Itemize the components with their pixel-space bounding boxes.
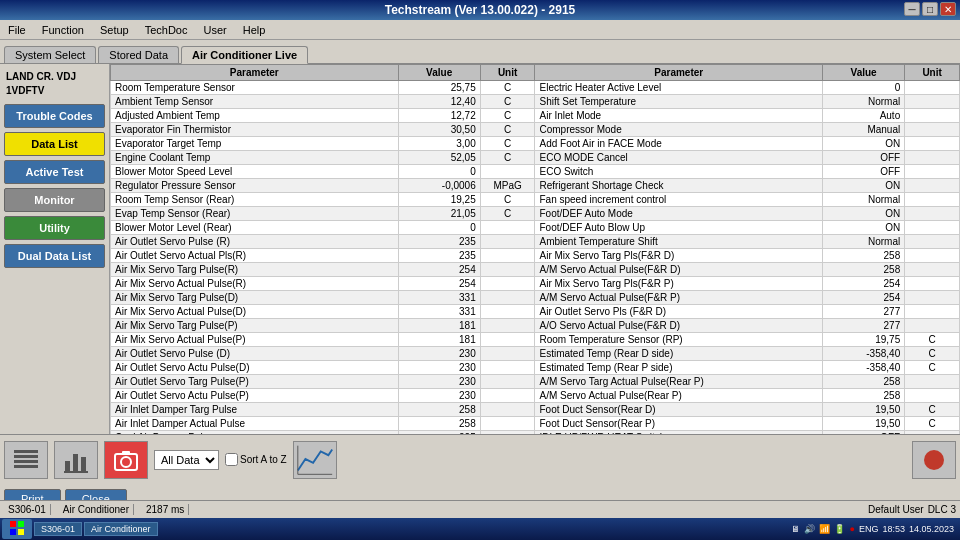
menu-setup[interactable]: Setup — [96, 23, 133, 37]
sort-checkbox[interactable] — [225, 453, 238, 466]
header-param1: Parameter — [111, 65, 399, 81]
svg-rect-13 — [10, 521, 16, 527]
val-left: 254 — [398, 277, 480, 291]
toolbar-camera-icon[interactable] — [104, 441, 148, 479]
tab-air-conditioner-live[interactable]: Air Conditioner Live — [181, 46, 308, 64]
param-left: Air Inlet Damper Actual Pulse — [111, 417, 399, 431]
table-row: Cool Air Bypass Pulse225IDLE UP/PWR HEAT… — [111, 431, 960, 435]
tab-system-select[interactable]: System Select — [4, 46, 96, 63]
param-right: Air Mix Servo Targ Pls(F&R D) — [535, 249, 823, 263]
table-row: Air Mix Servo Targ Pulse(D)331A/M Servo … — [111, 291, 960, 305]
minimize-button[interactable]: ─ — [904, 2, 920, 16]
val-left: 30,50 — [398, 123, 480, 137]
val-left: 258 — [398, 417, 480, 431]
menu-function[interactable]: Function — [38, 23, 88, 37]
unit-left — [480, 431, 535, 435]
val-right: OFF — [823, 165, 905, 179]
taskbar-app-ac[interactable]: Air Conditioner — [84, 522, 158, 536]
window-title: Techstream (Ver 13.00.022) - 2915 — [385, 3, 576, 17]
val-left: 235 — [398, 235, 480, 249]
param-left: Air Mix Servo Targ Pulse(R) — [111, 263, 399, 277]
status-ms: 2187 ms — [142, 504, 189, 515]
toolbar-chart-icon[interactable] — [54, 441, 98, 479]
val-left: 0 — [398, 165, 480, 179]
val-right: ON — [823, 179, 905, 193]
window-controls: ─ □ ✕ — [904, 2, 956, 16]
data-table[interactable]: Parameter Value Unit Parameter Value Uni… — [110, 64, 960, 434]
sort-checkbox-area[interactable]: Sort A to Z — [225, 453, 287, 466]
toolbar-graph-icon[interactable] — [293, 441, 337, 479]
dual-data-list-button[interactable]: Dual Data List — [4, 244, 105, 268]
sort-label: Sort A to Z — [240, 454, 287, 465]
record-button[interactable] — [912, 441, 956, 479]
unit-right — [905, 165, 960, 179]
status-system: Air Conditioner — [59, 504, 134, 515]
table-row: Air Outlet Servo Actu Pulse(D)230Estimat… — [111, 361, 960, 375]
active-test-button[interactable]: Active Test — [4, 160, 105, 184]
val-right: 258 — [823, 249, 905, 263]
val-left: 3,00 — [398, 137, 480, 151]
status-code: S306-01 — [4, 504, 51, 515]
trouble-codes-button[interactable]: Trouble Codes — [4, 104, 105, 128]
table-row: Air Mix Servo Actual Pulse(P)181Room Tem… — [111, 333, 960, 347]
param-left: Air Outlet Servo Pulse (R) — [111, 235, 399, 249]
val-left: 331 — [398, 305, 480, 319]
unit-left: C — [480, 151, 535, 165]
unit-right: C — [905, 361, 960, 375]
val-right: 19,75 — [823, 333, 905, 347]
param-right: Compressor Mode — [535, 123, 823, 137]
val-right: Auto — [823, 109, 905, 123]
unit-left — [480, 263, 535, 277]
val-left: 235 — [398, 249, 480, 263]
taskbar-app-s306[interactable]: S306-01 — [34, 522, 82, 536]
menu-user[interactable]: User — [199, 23, 230, 37]
maximize-button[interactable]: □ — [922, 2, 938, 16]
param-right: Air Outlet Servo Pls (F&R D) — [535, 305, 823, 319]
table-row: Air Outlet Servo Pulse (R)235Ambient Tem… — [111, 235, 960, 249]
unit-right — [905, 375, 960, 389]
val-left: 230 — [398, 361, 480, 375]
val-left: 52,05 — [398, 151, 480, 165]
param-left: Room Temperature Sensor — [111, 81, 399, 95]
param-right: Shift Set Temperature — [535, 95, 823, 109]
val-right: 254 — [823, 277, 905, 291]
param-left: Room Temp Sensor (Rear) — [111, 193, 399, 207]
unit-left: C — [480, 95, 535, 109]
utility-button[interactable]: Utility — [4, 216, 105, 240]
toolbar-list-icon[interactable] — [4, 441, 48, 479]
tab-stored-data[interactable]: Stored Data — [98, 46, 179, 63]
param-right: Foot Duct Sensor(Rear P) — [535, 417, 823, 431]
val-right: -358,40 — [823, 361, 905, 375]
param-right: ECO Switch — [535, 165, 823, 179]
svg-rect-4 — [65, 461, 70, 471]
unit-left — [480, 235, 535, 249]
menu-help[interactable]: Help — [239, 23, 270, 37]
param-left: Air Mix Servo Targ Pulse(P) — [111, 319, 399, 333]
param-left: Air Mix Servo Targ Pulse(D) — [111, 291, 399, 305]
val-right: OFF — [823, 151, 905, 165]
unit-right — [905, 305, 960, 319]
tray-icon-signal: 📶 — [819, 524, 830, 534]
data-filter-dropdown[interactable]: All Data — [154, 450, 219, 470]
svg-rect-5 — [73, 454, 78, 471]
record-button-area — [912, 441, 956, 479]
monitor-button[interactable]: Monitor — [4, 188, 105, 212]
close-window-button[interactable]: ✕ — [940, 2, 956, 16]
status-right: Default User DLC 3 — [868, 504, 956, 515]
param-right: Air Mix Servo Targ Pls(F&R P) — [535, 277, 823, 291]
param-left: Air Mix Servo Actual Pulse(P) — [111, 333, 399, 347]
data-list-button[interactable]: Data List — [4, 132, 105, 156]
val-left: 331 — [398, 291, 480, 305]
param-left: Ambient Temp Sensor — [111, 95, 399, 109]
menu-file[interactable]: File — [4, 23, 30, 37]
param-right: Add Foot Air in FACE Mode — [535, 137, 823, 151]
status-user: Default User — [868, 504, 924, 515]
param-right: ECO MODE Cancel — [535, 151, 823, 165]
parameters-table: Parameter Value Unit Parameter Value Uni… — [110, 64, 960, 434]
unit-left — [480, 403, 535, 417]
menu-techdoc[interactable]: TechDoc — [141, 23, 192, 37]
val-left: 230 — [398, 389, 480, 403]
start-button[interactable] — [2, 519, 32, 539]
param-left: Regulator Pressure Sensor — [111, 179, 399, 193]
unit-right — [905, 319, 960, 333]
